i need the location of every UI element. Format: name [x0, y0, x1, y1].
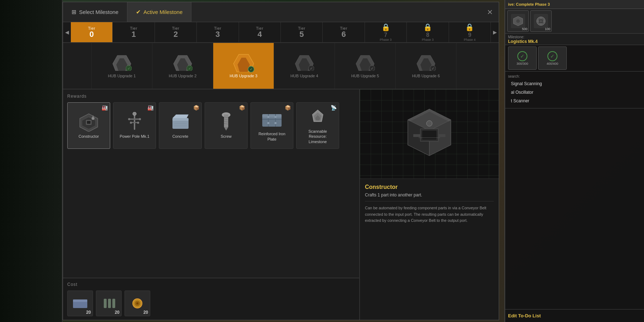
progress-box-1: ✓ 300/300 [508, 47, 537, 70]
sidebar-item-box-2[interactable]: 100 [530, 10, 552, 32]
progress-items: ✓ 300/300 ✓ 400/400 [505, 45, 644, 72]
svg-text:✓: ✓ [127, 67, 130, 70]
reward-concrete[interactable]: 📦 Concrete [159, 102, 202, 149]
tier-tab-7[interactable]: 🔒 7 Phase 3 [365, 22, 407, 42]
hub1-icon: ✓ [111, 54, 133, 72]
tab-select-milestone[interactable]: ⊞ Select Milestone [63, 2, 127, 22]
cost-iron-rod[interactable]: 20 [96, 291, 122, 316]
svg-rect-49 [224, 114, 228, 127]
concrete-name: Concrete [172, 134, 189, 139]
search-result-al-oscillator[interactable]: al Oscillator [508, 88, 641, 97]
tier-tab-8[interactable]: 🔒 8 Phase 3 [407, 22, 449, 42]
svg-point-61 [274, 116, 277, 118]
right-sidebar: ive: Complete Phase 3 500 100 Milestone:… [504, 0, 644, 322]
svg-point-38 [128, 118, 130, 120]
tier-tab-1[interactable]: Tier 1 [113, 22, 155, 42]
modal-titlebar: ⊞ Select Milestone ✔ Active Milestone ✕ [63, 2, 499, 22]
screw-name: Screw [221, 134, 232, 139]
lock-icon-7: 🔒 [381, 23, 390, 31]
svg-text:✓: ✓ [188, 67, 191, 70]
screw-image [215, 112, 237, 132]
milestone-spacer [63, 43, 92, 89]
cost-section: Cost 20 [63, 278, 359, 320]
power-pole-category-icon: 🏭 [147, 105, 153, 111]
milestone-hub4[interactable]: ✓ HUB Upgrade 4 [274, 43, 335, 89]
tier-tab-4[interactable]: Tier 4 [239, 22, 281, 42]
tab-active-milestone[interactable]: ✔ Active Milestone [127, 2, 191, 22]
active-milestone-label: Active Milestone [143, 9, 182, 15]
cost-iron-plate[interactable]: 20 [67, 291, 93, 316]
rewards-panel: Rewards 🏭 [63, 89, 359, 320]
tier-scroll-left[interactable]: ◀ [63, 22, 71, 42]
milestone-hub5[interactable]: ✓ HUB Upgrade 5 [335, 43, 396, 89]
search-label: search: [508, 74, 641, 78]
rip-category-icon: 📦 [285, 105, 291, 111]
scannable-name: Scannable Resource: Limestone [299, 129, 336, 144]
hub6-icon: ✓ [415, 54, 437, 72]
svg-rect-68 [73, 299, 87, 302]
rip-name: Reinforced Iron Plate [254, 131, 290, 142]
complete-phase-label: ive: Complete Phase 3 [508, 2, 550, 6]
rewards-grid: 🏭 Constructor [67, 102, 355, 149]
cost-items: 20 20 [67, 291, 355, 316]
svg-rect-69 [104, 299, 107, 308]
tier-tab-0[interactable]: Tier 0 [71, 22, 113, 42]
svg-point-37 [133, 112, 136, 116]
tier-tab-6[interactable]: Tier 6 [323, 22, 365, 42]
preview-panel: Constructor Crafts 1 part into another p… [359, 89, 499, 320]
cost-wire[interactable]: 20 [125, 291, 150, 316]
preview-title: Constructor [365, 184, 494, 190]
reward-scannable-limestone[interactable]: 📡 Scannable Resource: Limestone [296, 102, 339, 149]
svg-rect-43 [172, 118, 189, 121]
svg-point-1 [516, 19, 520, 23]
reward-screw[interactable]: 📦 Screw [205, 102, 248, 149]
cost-iron-rod-count: 20 [115, 310, 119, 315]
search-result-t-scanner[interactable]: t Scanner [508, 97, 641, 105]
modal-close-button[interactable]: ✕ [481, 2, 499, 22]
search-section: search: Signal Scanning al Oscillator t … [505, 72, 644, 108]
tier-tab-5[interactable]: Tier 5 [281, 22, 323, 42]
screw-category-icon: 📦 [239, 105, 245, 111]
milestone-hub2[interactable]: ✓ HUB Upgrade 2 [152, 43, 213, 89]
progress-check-2: ✓ [547, 51, 557, 61]
progress-text-1: 300/300 [517, 62, 528, 65]
tier-scroll-right[interactable]: ▶ [491, 22, 499, 42]
power-pole-image [124, 112, 145, 132]
search-result-signal-scanning[interactable]: Signal Scanning [508, 79, 641, 88]
cost-label: Cost [67, 282, 355, 287]
svg-text:✓: ✓ [310, 67, 313, 70]
svg-point-74 [136, 302, 138, 304]
sidebar-item-box-1[interactable]: 500 [507, 10, 529, 32]
svg-marker-44 [172, 114, 189, 118]
constructor-category-icon: 🏭 [102, 105, 108, 111]
milestone-hub1[interactable]: ✓ HUB Upgrade 1 [92, 43, 152, 89]
milestone-hub6[interactable]: ✓ HUB Upgrade 6 [396, 43, 457, 89]
scannable-image [307, 107, 328, 127]
cost-wire-count: 20 [143, 310, 148, 315]
reward-reinforced-iron-plate[interactable]: 📦 [250, 102, 293, 149]
tier-tab-3[interactable]: Tier 3 [197, 22, 239, 42]
hub6-label: HUB Upgrade 6 [412, 74, 440, 78]
svg-rect-56 [262, 114, 282, 118]
svg-rect-34 [134, 114, 135, 130]
sidebar-count-1: 500 [522, 27, 527, 31]
svg-rect-35 [129, 118, 140, 120]
hub1-label: HUB Upgrade 1 [108, 74, 136, 78]
milestone-modal: ⊞ Select Milestone ✔ Active Milestone ✕ … [63, 2, 499, 320]
milestone-hub3[interactable]: ✓ HUB Upgrade 3 [213, 43, 274, 89]
svg-rect-70 [108, 299, 111, 308]
edit-todo-button[interactable]: Edit To-Do List [505, 309, 644, 322]
tier-tabs: ◀ Tier 0 Tier 1 Tier 2 Tier 3 Tier 4 Tie… [63, 22, 499, 43]
tier-tab-9[interactable]: 🔒 9 Phase 4 [449, 22, 491, 42]
progress-check-1: ✓ [517, 51, 527, 61]
reward-power-pole[interactable]: 🏭 [113, 102, 156, 149]
progress-box-2: ✓ 400/400 [538, 47, 567, 70]
power-pole-name: Power Pole Mk.1 [119, 134, 149, 139]
reward-constructor[interactable]: 🏭 Constructor [67, 102, 110, 149]
tier-tab-2[interactable]: Tier 2 [155, 22, 197, 42]
search-results: Signal Scanning al Oscillator t Scanner [508, 79, 641, 105]
svg-point-39 [139, 118, 141, 120]
hub5-icon: ✓ [355, 54, 376, 72]
preview-image [360, 89, 499, 179]
svg-point-41 [137, 122, 139, 124]
